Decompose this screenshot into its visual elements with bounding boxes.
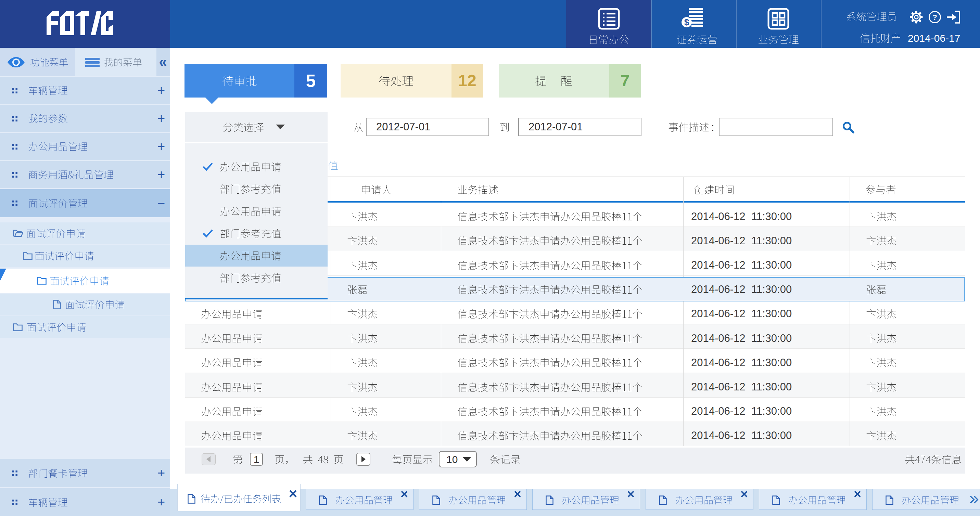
svg-text:$: $ — [684, 17, 689, 27]
svg-text:?: ? — [932, 13, 937, 22]
